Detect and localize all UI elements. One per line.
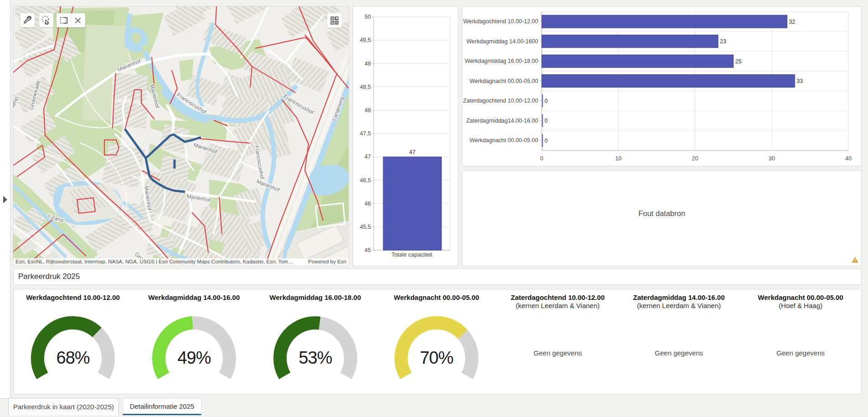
svg-text:49,5: 49,5 — [360, 37, 371, 43]
svg-text:Zaterdagochtend 10.00-12.00: Zaterdagochtend 10.00-12.00 — [463, 98, 538, 104]
svg-text:46: 46 — [365, 201, 371, 207]
svg-text:10: 10 — [615, 155, 621, 162]
svg-text:0: 0 — [544, 118, 548, 124]
svg-text:33: 33 — [796, 78, 803, 84]
svg-text:30: 30 — [769, 155, 775, 162]
svg-text:47: 47 — [409, 149, 416, 155]
svg-text:Werkdagochtend 10.00-12.00: Werkdagochtend 10.00-12.00 — [463, 18, 539, 25]
svg-text:Werkdagnacht 00.00-05.00: Werkdagnacht 00.00-05.00 — [469, 78, 538, 84]
svg-text:20: 20 — [692, 155, 699, 162]
svg-text:Werkdagnacht 00.00-05.00: Werkdagnacht 00.00-05.00 — [469, 137, 538, 144]
svg-text:49: 49 — [365, 61, 371, 67]
svg-text:45: 45 — [365, 247, 371, 253]
svg-text:40: 40 — [845, 155, 852, 162]
svg-text:32: 32 — [789, 19, 795, 25]
svg-text:48,5: 48,5 — [360, 84, 371, 90]
svg-text:47: 47 — [365, 154, 371, 160]
svg-text:Zaterdagmiddag14.00-16.00: Zaterdagmiddag14.00-16.00 — [466, 118, 538, 124]
svg-text:0: 0 — [544, 138, 548, 144]
svg-text:46,5: 46,5 — [360, 177, 371, 184]
svg-text:Werkdagmiddag 14.00-1600: Werkdagmiddag 14.00-1600 — [466, 38, 538, 45]
svg-text:25: 25 — [735, 58, 742, 65]
svg-text:47,5: 47,5 — [360, 130, 371, 137]
svg-text:Werkdagmiddag 16.00-18.00: Werkdagmiddag 16.00-18.00 — [465, 58, 538, 64]
svg-text:0: 0 — [540, 155, 544, 162]
svg-text:48: 48 — [365, 107, 371, 113]
svg-text:0: 0 — [544, 98, 548, 104]
svg-text:50: 50 — [365, 14, 371, 20]
svg-text:23: 23 — [720, 38, 726, 45]
svg-text:Totale capaciteit: Totale capaciteit — [391, 252, 432, 258]
svg-text:45,5: 45,5 — [360, 224, 371, 230]
